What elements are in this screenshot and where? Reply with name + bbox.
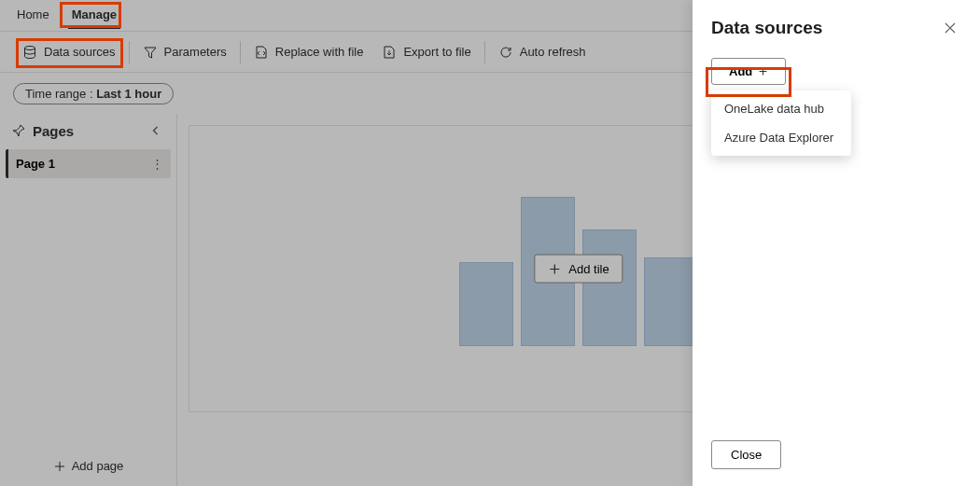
database-icon — [22, 45, 37, 60]
add-tile-label: Add tile — [568, 262, 609, 276]
time-range-pill[interactable]: Time range : Last 1 hour — [13, 83, 174, 104]
data-sources-label: Data sources — [44, 45, 116, 59]
parameters-label: Parameters — [164, 45, 227, 59]
sidebar-title: Pages — [11, 123, 74, 139]
parameters-button[interactable]: Parameters — [133, 39, 236, 65]
sidebar-header: Pages — [0, 114, 176, 149]
separator — [129, 41, 130, 63]
panel-footer: Close — [711, 440, 961, 469]
dropdown-item-adx[interactable]: Azure Data Explorer — [711, 123, 851, 152]
svg-point-0 — [25, 46, 35, 49]
tab-home[interactable]: Home — [13, 2, 53, 29]
chart-bar — [644, 257, 698, 346]
separator — [484, 41, 485, 63]
time-range-value: Last 1 hour — [96, 87, 161, 101]
export-icon — [382, 45, 397, 60]
dropdown-item-onelake[interactable]: OneLake data hub — [711, 94, 851, 123]
panel-close-button[interactable] — [939, 17, 961, 39]
page-more-icon[interactable]: ⋮ — [151, 157, 163, 171]
separator — [240, 41, 241, 63]
data-sources-button[interactable]: Data sources — [13, 39, 125, 65]
add-tile-button[interactable]: Add tile — [534, 255, 623, 284]
refresh-icon — [498, 45, 513, 60]
add-page-label: Add page — [72, 459, 124, 473]
replace-label: Replace with file — [275, 45, 364, 59]
replace-file-button[interactable]: Replace with file — [245, 39, 373, 65]
add-data-source-button[interactable]: Add — [711, 58, 786, 85]
pages-sidebar: Pages Page 1 ⋮ Add page — [0, 114, 177, 486]
panel-header: Data sources — [711, 17, 961, 39]
collapse-sidebar-button[interactable] — [147, 121, 165, 140]
autorefresh-label: Auto refresh — [520, 45, 586, 59]
time-range-label: Time range : — [25, 87, 93, 101]
plus-icon — [758, 66, 768, 76]
autorefresh-button[interactable]: Auto refresh — [489, 39, 595, 65]
export-label: Export to file — [403, 45, 470, 59]
page-list: Page 1 ⋮ — [0, 149, 176, 450]
close-panel-button[interactable]: Close — [711, 440, 781, 469]
chart-bar — [582, 229, 637, 346]
export-file-button[interactable]: Export to file — [372, 39, 480, 65]
filter-icon — [143, 45, 158, 60]
panel-title: Data sources — [711, 18, 822, 38]
add-dropdown: OneLake data hub Azure Data Explorer — [711, 90, 851, 156]
replace-icon — [254, 45, 269, 60]
plus-icon — [548, 262, 561, 275]
page-item[interactable]: Page 1 ⋮ — [6, 149, 171, 178]
pin-icon — [11, 123, 26, 138]
chart-bar — [459, 262, 513, 346]
data-sources-panel: Data sources Add OneLake data hub Azure … — [693, 0, 980, 486]
page-name: Page 1 — [16, 157, 55, 171]
plus-icon — [53, 460, 66, 473]
tab-manage[interactable]: Manage — [68, 2, 120, 29]
add-page-button[interactable]: Add page — [0, 450, 176, 486]
add-label: Add — [729, 64, 752, 78]
